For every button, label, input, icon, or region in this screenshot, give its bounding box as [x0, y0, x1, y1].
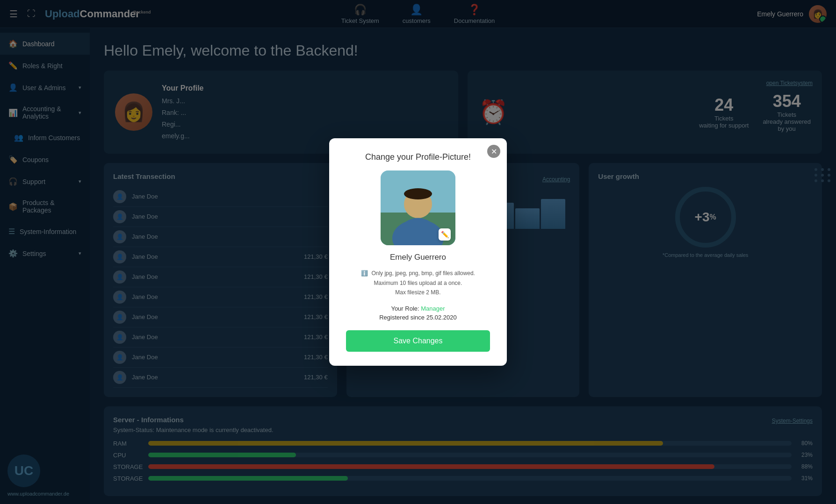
modal-info-line1: Only jpg, jpeg, png, bmp, gif files allo…	[371, 270, 475, 277]
save-changes-button[interactable]: Save Changes	[346, 330, 490, 352]
modal-user-name: Emely Guerrero	[346, 253, 490, 262]
modal-info-line3: Max filesize 2 MB.	[395, 289, 440, 296]
svg-point-4	[404, 188, 432, 199]
modal-role: Your Role: Manager	[346, 305, 490, 312]
role-label: Your Role:	[391, 305, 419, 312]
change-profile-picture-modal: ✕ Change your Profile-Picture! ✏️ Emely …	[329, 138, 507, 365]
modal-info-text: ℹ️ Only jpg, jpeg, png, bmp, gif files a…	[346, 269, 490, 297]
modal-info-line2: Maximum 10 files upload at a once.	[374, 280, 462, 286]
edit-avatar-button[interactable]: ✏️	[439, 228, 451, 241]
modal-close-button[interactable]: ✕	[487, 145, 500, 158]
modal-title: Change your Profile-Picture!	[346, 152, 490, 162]
modal-registered: Registered since 25.02.2020	[346, 314, 490, 321]
info-icon: ℹ️	[361, 270, 368, 277]
role-value: Manager	[421, 305, 445, 312]
modal-avatar-wrap: ✏️	[381, 170, 455, 245]
modal-overlay: ✕ Change your Profile-Picture! ✏️ Emely …	[0, 0, 836, 504]
